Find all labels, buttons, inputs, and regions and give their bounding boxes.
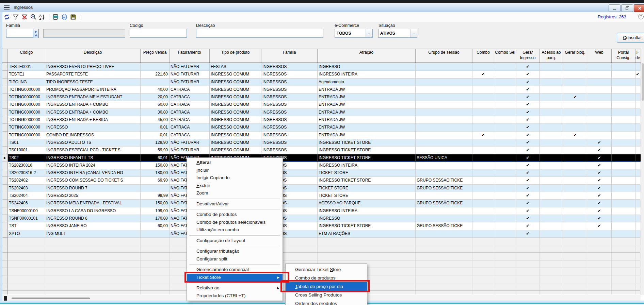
table-row-teste1[interactable]: TESTE1PASSAPORTE TESTE221,60NÃO FATURARI… bbox=[2, 71, 641, 78]
table-row-ts20230816[interactable]: TS20230816INGRESSO INTEIRA 2024150,00NÃO… bbox=[2, 162, 641, 169]
checkmark-icon: ✔ bbox=[526, 80, 529, 84]
table-row-ts202403[interactable]: TS202403INGRESSO ROUND 7NÃO FATURARINGRE… bbox=[2, 185, 641, 192]
ecommerce-select[interactable]: TODOS ⌄ bbox=[335, 29, 373, 38]
horizontal-scrollbar-thumb[interactable] bbox=[12, 298, 90, 299]
cell-familia: INGRESSOS bbox=[261, 86, 318, 94]
menu-item-zoom[interactable]: Zoom bbox=[187, 189, 283, 197]
menu-item-cross-selling-produtos[interactable]: Cross Selling Produtos bbox=[286, 291, 367, 299]
table-row-xpto[interactable]: XPTOING MULTNÃO FATURARINGRESSO COMUMING… bbox=[2, 230, 641, 238]
table-row-tsnf00000100[interactable]: TSNF00000100INGRESSO LA CASA DO INGRESSO… bbox=[2, 207, 641, 215]
vertical-scrollbar[interactable] bbox=[641, 49, 644, 295]
minimize-button[interactable] bbox=[609, 4, 621, 12]
empty-cell bbox=[472, 260, 494, 268]
help-icon[interactable]: ? bbox=[638, 14, 644, 19]
checkmark-icon: ✔ bbox=[526, 117, 529, 122]
menu-item-utilizacao-em-combo[interactable]: Utilização em combo bbox=[187, 226, 283, 234]
menu-item-gerenciamento-comercial[interactable]: Gerenciamento comercial bbox=[187, 266, 283, 274]
table-row-tsnf00000101[interactable]: TSNF00000101INGRESSO ROUND 6170,00NÃO FA… bbox=[2, 215, 641, 222]
empty-cell bbox=[540, 260, 563, 268]
table-row-ts202402[interactable]: TS202402INGRESSO COM SESSÃO DO TICKET S6… bbox=[2, 177, 641, 184]
consultar-button[interactable]: Consultar bbox=[617, 33, 644, 43]
empty-cell bbox=[612, 268, 635, 275]
table-row-ts242406[interactable]: TS242406INGRESSO MEIA ENTRADA - FESTIVAL… bbox=[2, 200, 641, 207]
column-header-grupo-de-sessao[interactable]: Grupo de sessão bbox=[416, 49, 472, 63]
cell-atracao: ENTRADA JW bbox=[318, 124, 416, 131]
column-header-web[interactable]: Web bbox=[587, 49, 612, 63]
column-header-f-de[interactable]: F de bbox=[635, 49, 640, 63]
menu-item-configurar-split[interactable]: Configurar split bbox=[187, 255, 283, 263]
filter-icon[interactable] bbox=[12, 13, 20, 21]
column-header-acesso-ao-parq[interactable]: Acesso ao parq. bbox=[540, 49, 563, 63]
column-header-combo[interactable]: Combo bbox=[472, 49, 494, 63]
table-row-toting0000000[interactable]: TOTING0000000INGRESSO0,01CATRACAINGRESSO… bbox=[2, 124, 641, 131]
menu-item-ticket-store[interactable]: Ticket Store▶ bbox=[187, 274, 283, 282]
menu-item-combo-de-produtos-selecionaveis[interactable]: Combo de produtos selecionáveis bbox=[187, 219, 283, 226]
close-button[interactable] bbox=[634, 4, 644, 12]
table-row-toting0000000[interactable]: TOTING0000000PROMOÇAO PASSAPORTE INTEIRA… bbox=[2, 86, 641, 94]
table-row-toting0000000[interactable]: TOTING0000000INGRESSO ENTRADA MEIA ESTUD… bbox=[2, 94, 641, 101]
menu-item-alterar[interactable]: Alterar bbox=[187, 159, 283, 167]
table-row-toting0000000[interactable]: TOTING0000000COMBO DE INGRESSOS0,01CATRA… bbox=[2, 132, 641, 139]
registros-link[interactable]: Registros: 263 bbox=[598, 14, 626, 19]
situacao-select[interactable]: ATIVOS ⌄ bbox=[378, 29, 417, 38]
restore-button[interactable] bbox=[621, 4, 633, 12]
cell-grupo bbox=[416, 109, 472, 116]
menu-item-incluir[interactable]: Incluir bbox=[187, 167, 283, 174]
table-row-toting0000000[interactable]: TOTING0000000INGRESSO ENTRADA + BEBIDA45… bbox=[2, 116, 641, 124]
table-row-toting0000000[interactable]: TOTING0000000INGRESSO ENTRADA + COMBO30,… bbox=[2, 109, 641, 116]
column-header-portal-consig[interactable]: Portal Consig. bbox=[612, 49, 635, 63]
table-row-ts202404[interactable]: TS202404INGRESSO 202599,99NÃO FATURARING… bbox=[2, 192, 641, 200]
column-header-tipo-de-produto[interactable]: Tipo de produto bbox=[210, 49, 261, 63]
menu-item-incluir-copiando[interactable]: Incluir Copiando bbox=[187, 174, 283, 182]
sort-az-icon[interactable]: AZ bbox=[38, 13, 46, 21]
menu-item-combo-de-produtos[interactable]: Combo de produtos bbox=[187, 211, 283, 219]
table-row-ts010001[interactable]: TS010001INGRESSO ESPECIAL PCD - TICKET S… bbox=[2, 147, 641, 154]
ia-icon[interactable]: IA bbox=[60, 13, 68, 21]
cell-atracao: TICKET STORE bbox=[318, 185, 416, 192]
familia-descricao-field[interactable] bbox=[43, 29, 125, 38]
filter-clear-icon[interactable] bbox=[20, 13, 29, 21]
familia-input[interactable] bbox=[6, 29, 33, 38]
table-row-tipo-ing[interactable]: TIPO INGTIPO INGRESSO TESTENÃO FATURARIN… bbox=[2, 79, 641, 86]
column-header-combo-sel[interactable]: Combo Sel bbox=[494, 49, 516, 63]
column-header-atracao[interactable]: Atração bbox=[318, 49, 416, 63]
codigo-input[interactable] bbox=[130, 29, 187, 38]
menu-item-configurar-tributacao[interactable]: Configurar tributação bbox=[187, 248, 283, 255]
column-header-codigo[interactable]: Código bbox=[8, 49, 45, 63]
cell-extra bbox=[635, 215, 640, 222]
hamburger-menu-icon[interactable] bbox=[4, 5, 10, 10]
menu-item-excluir[interactable]: Excluir bbox=[187, 182, 283, 190]
menu-item-ordem-dos-produtos[interactable]: Ordem dos produtos bbox=[286, 299, 367, 305]
menu-item-relativo-ao[interactable]: Relativo ao▶ bbox=[187, 284, 283, 292]
context-menu: AlterarIncluirIncluir CopiandoExcluirZoo… bbox=[187, 157, 283, 301]
zoom-find-icon[interactable]: n bbox=[29, 13, 37, 21]
cell-comboSel bbox=[494, 177, 516, 184]
table-row-tst[interactable]: TSTINGRESSO JANEIRO60,00NÃO FATURARINGRE… bbox=[2, 222, 641, 230]
column-header-familia[interactable]: Familia bbox=[261, 49, 318, 63]
save-icon[interactable] bbox=[69, 13, 77, 21]
menu-item-configuracao-de-layout[interactable]: Configuração de Layout bbox=[187, 237, 283, 245]
menu-item-gerenciar-ticket-store[interactable]: Gerenciar Ticket Store bbox=[286, 265, 367, 274]
familia-lookup-f4-button[interactable]: F4 bbox=[33, 29, 39, 38]
column-header-descricao[interactable]: Descrição bbox=[45, 49, 141, 63]
cell-descricao: COMBO DE INGRESSOS bbox=[45, 132, 141, 139]
table-row-ts20230816-2[interactable]: TS20230816-2INGRESSO INTEIRA (CANAL VEND… bbox=[2, 169, 641, 177]
menu-item-tabela-de-preco-por-dia[interactable]: Tabela de preço por dia bbox=[286, 282, 367, 291]
descricao-input[interactable] bbox=[196, 29, 323, 38]
table-row-teste0001[interactable]: TESTE0001INGRESSO EVENTO PREÇO LIVRENÃO … bbox=[2, 63, 641, 71]
menu-item-combo-de-produtos[interactable]: Combo de produtos bbox=[286, 274, 367, 282]
column-header-gerar-ingresso[interactable]: Gerar Ingresso bbox=[516, 49, 540, 63]
svg-text:IA: IA bbox=[63, 16, 66, 19]
menu-item-propriedades-ctrl-t[interactable]: Propriedades (CTRL+T) bbox=[187, 292, 283, 300]
menu-item-desativar-ativar[interactable]: Desativar/Ativar bbox=[187, 200, 283, 208]
cell-combo bbox=[472, 207, 494, 215]
table-row-toting0000000[interactable]: TOTING0000000INGRESSO ENTRADA + COMBO60,… bbox=[2, 101, 641, 108]
column-header-preco-venda[interactable]: Preço Venda bbox=[141, 49, 170, 63]
table-row-ts02[interactable]: ▶TS02INGRESSO INFANTIL TS60,01NÃO FATURA… bbox=[2, 154, 641, 162]
vertical-scrollbar-thumb[interactable] bbox=[642, 63, 644, 101]
print-icon[interactable] bbox=[51, 13, 60, 21]
column-header-faturamento[interactable]: Faturamento bbox=[170, 49, 210, 63]
column-header-gerar-bloq[interactable]: Gerar bloq. bbox=[563, 49, 587, 63]
table-row-ts01[interactable]: TS01INGRESSO ADULTO TS129,90NÃO FATURARI… bbox=[2, 139, 641, 147]
refresh-icon[interactable] bbox=[3, 13, 11, 21]
